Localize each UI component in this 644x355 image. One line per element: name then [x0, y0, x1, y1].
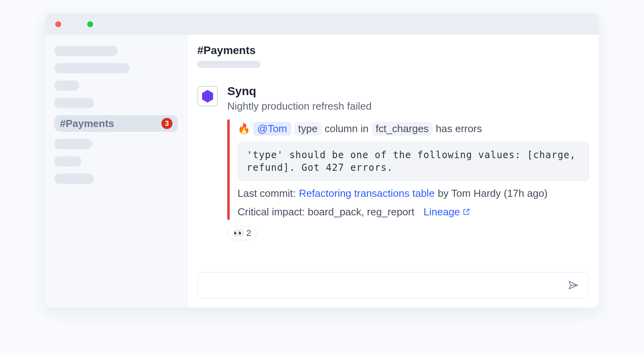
- message-subject: Nightly production refresh failed: [227, 100, 589, 112]
- app-window: #Payments 3 #Payments Synq Nightly produ…: [45, 13, 599, 308]
- sidebar-item-placeholder: [54, 98, 94, 108]
- commit-author-time: by Tom Hardy (17h ago): [438, 187, 547, 200]
- message: Synq Nightly production refresh failed 🔥…: [197, 84, 589, 240]
- reaction-count: 2: [246, 228, 251, 238]
- message-composer[interactable]: [197, 272, 589, 298]
- eyes-icon: 👀: [233, 228, 244, 238]
- table-chip: fct_charges: [372, 122, 432, 136]
- critical-impact-line: Critical impact: board_pack, reg_report …: [238, 206, 589, 218]
- channel-title: #Payments: [197, 44, 589, 57]
- last-commit-line: Last commit: Refactoring transactions ta…: [238, 187, 589, 200]
- alert-text: has errors: [436, 123, 482, 135]
- sidebar-item-placeholder: [54, 156, 81, 166]
- sidebar-item-placeholder: [54, 80, 79, 91]
- channel-subtitle-placeholder: [197, 61, 260, 68]
- fire-icon: 🔥: [238, 123, 250, 135]
- sidebar-item-placeholder: [54, 46, 118, 56]
- send-icon[interactable]: [568, 280, 579, 291]
- commit-link[interactable]: Refactoring transactions table: [299, 187, 434, 200]
- mention-chip[interactable]: @Tom: [253, 122, 291, 136]
- error-code-block: 'type' should be one of the following va…: [238, 142, 589, 181]
- message-author: Synq: [227, 84, 589, 98]
- alert-block: 🔥 @Tom type column in fct_charges has er…: [227, 120, 589, 220]
- reaction-eyes[interactable]: 👀 2: [227, 226, 257, 240]
- unread-badge: 3: [161, 118, 172, 129]
- window-close-button[interactable]: [55, 21, 61, 27]
- alert-summary-line: 🔥 @Tom type column in fct_charges has er…: [238, 122, 589, 136]
- sidebar-item-label: #Payments: [60, 118, 114, 130]
- sidebar-item-placeholder: [54, 139, 92, 149]
- impact-text: Critical impact: board_pack, reg_report: [238, 206, 414, 218]
- synq-logo-icon: [202, 90, 213, 103]
- sidebar-item-placeholder: [54, 174, 94, 184]
- app-avatar: [197, 86, 218, 106]
- lineage-link-label: Lineage: [423, 206, 460, 218]
- external-link-icon: [462, 208, 470, 216]
- message-body: Synq Nightly production refresh failed 🔥…: [227, 84, 589, 240]
- window-zoom-button[interactable]: [87, 21, 93, 27]
- column-chip: type: [294, 122, 322, 136]
- sidebar: #Payments 3: [45, 35, 188, 308]
- reactions-bar: 👀 2: [227, 226, 589, 240]
- alert-text: column in: [325, 123, 369, 135]
- sidebar-item-payments[interactable]: #Payments 3: [54, 115, 178, 132]
- channel-pane: #Payments Synq Nightly production refres…: [188, 35, 599, 308]
- last-commit-label: Last commit:: [238, 187, 296, 200]
- lineage-link[interactable]: Lineage: [423, 206, 470, 218]
- app-body: #Payments 3 #Payments Synq Nightly produ…: [45, 35, 599, 308]
- sidebar-item-placeholder: [54, 63, 129, 73]
- titlebar: [45, 13, 599, 35]
